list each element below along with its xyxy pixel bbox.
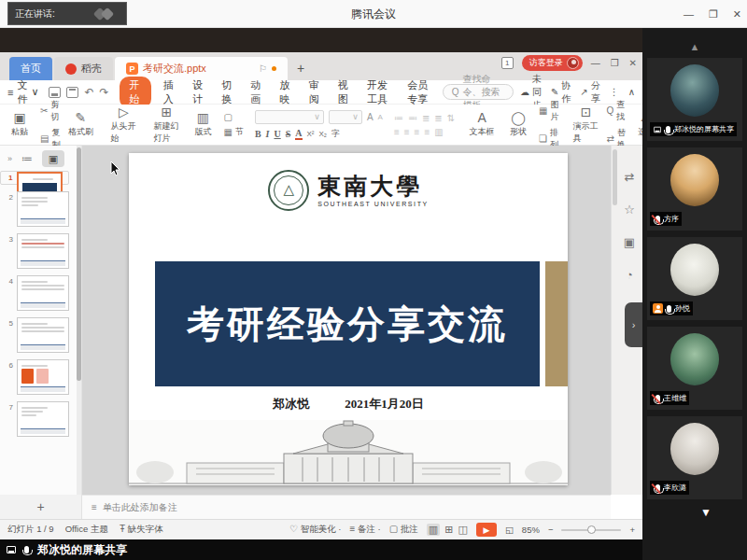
wps-close-button[interactable]: ✕ — [629, 58, 637, 68]
maximize-button[interactable]: ❐ — [709, 8, 718, 21]
timer-icon[interactable]: ◔ — [621, 268, 638, 282]
wps-maximize-button[interactable]: ❐ — [611, 58, 619, 68]
participant-tile-3[interactable]: 孙悦 — [647, 237, 742, 320]
grid-view-icon[interactable]: ⊞ — [444, 524, 453, 536]
menu-member[interactable]: 会员专享 — [402, 77, 435, 108]
zoom-slider[interactable] — [561, 529, 621, 531]
close-button[interactable]: ✕ — [733, 8, 741, 21]
find-button[interactable]: Q查找 — [607, 99, 626, 123]
slide-canvas[interactable]: 東南大學 SOUTHEAST UNIVERSITY 考研经验分享交流 郑冰悦 2… — [82, 146, 611, 495]
window-list-button[interactable]: 1 — [501, 57, 514, 69]
duplicate-icon[interactable]: ▣ — [621, 235, 638, 249]
align-center-icon[interactable]: ≡ — [404, 127, 410, 137]
strike-button[interactable]: S — [286, 129, 291, 139]
print-icon[interactable] — [66, 87, 78, 98]
slide-thumbnail-1[interactable]: 1 — [0, 171, 69, 185]
picture-button[interactable]: ▦图片 — [539, 99, 558, 123]
menu-design[interactable]: 设计 — [187, 77, 209, 108]
beautify-button[interactable]: ♡ 智能美化 · — [289, 524, 341, 536]
share-button[interactable]: ↗分享 — [580, 79, 599, 105]
shape-button[interactable]: ◯ 形状 — [502, 106, 534, 143]
section-button[interactable]: ▦节 — [223, 126, 243, 138]
paste-button[interactable]: ▣ 粘贴 — [4, 106, 35, 143]
missing-font-warning[interactable]: Ŧ 缺失字体 — [120, 524, 163, 536]
textbox-button[interactable]: A 文本框 — [466, 106, 498, 143]
menu-devtools[interactable]: 开发工具 — [361, 77, 395, 108]
participant-tile-sharer[interactable]: 郑冰悦的屏幕共享 — [647, 58, 742, 141]
normal-view-icon[interactable]: ▥ — [427, 524, 440, 536]
font-family-select[interactable]: ∨ — [255, 110, 324, 124]
slide-thumbnail-7[interactable]: 7 — [0, 401, 81, 437]
layout-button[interactable]: ▥ 版式 — [187, 106, 218, 143]
transfer-icon[interactable]: ⇄ — [621, 170, 638, 184]
font-decrease-button[interactable]: A — [378, 113, 383, 121]
slide-1[interactable]: 東南大學 SOUTHEAST UNIVERSITY 考研经验分享交流 郑冰悦 2… — [129, 153, 568, 485]
redo-icon[interactable]: ↷ — [100, 86, 109, 99]
guest-login-badge[interactable]: 访客登录 — [522, 55, 583, 71]
menu-animation[interactable]: 动画 — [245, 77, 267, 108]
minimize-button[interactable]: — — [684, 8, 694, 20]
tab-home[interactable]: 首页 — [9, 57, 52, 80]
pin-icon[interactable]: ⚐ — [259, 63, 267, 74]
format-painter-button[interactable]: ✎ 格式刷 — [64, 106, 96, 143]
theme-name[interactable]: Office 主题 — [65, 524, 108, 536]
font-size-select[interactable]: ∨ — [329, 110, 362, 124]
collapse-ribbon-icon[interactable]: ∧ — [628, 87, 635, 97]
wps-minimize-button[interactable]: — — [591, 58, 600, 68]
panel-scrollbar[interactable] — [77, 146, 81, 495]
zoom-slider-knob[interactable] — [587, 525, 596, 534]
more-menu-icon[interactable]: ⋮ — [610, 87, 619, 97]
beautify-star-icon[interactable]: ☆ — [621, 203, 638, 217]
panel-collapse-icon[interactable]: » — [7, 154, 12, 163]
tab-docer[interactable]: 稻壳 — [54, 57, 113, 80]
search-input[interactable]: Q 查找命令、搜索模板 — [443, 84, 514, 100]
reset-button[interactable]: ▢ — [223, 112, 243, 122]
justify-icon[interactable]: ≡ — [424, 127, 430, 137]
zoom-in-button[interactable]: + — [629, 525, 635, 535]
outline-view-icon[interactable]: ≔ — [21, 152, 33, 165]
char-tool-button[interactable]: 字 — [331, 128, 340, 140]
vertical-scrollbar[interactable] — [613, 149, 617, 205]
scroll-down-button[interactable]: ▼ — [700, 506, 712, 519]
number-list-icon[interactable]: ≕ — [408, 113, 417, 123]
slide-thumbnail-2[interactable]: 2 — [0, 191, 81, 227]
participant-tile-4[interactable]: 王维维 — [647, 327, 742, 410]
menu-insert[interactable]: 插入 — [158, 77, 180, 108]
expand-panel-tab[interactable]: › — [625, 302, 642, 347]
align-left-icon[interactable]: ≡ — [394, 127, 400, 137]
superscript-button[interactable]: X² — [307, 130, 315, 138]
font-color-button[interactable]: A — [295, 128, 302, 140]
undo-icon[interactable]: ↶ — [84, 86, 93, 99]
menu-review[interactable]: 审阅 — [303, 77, 326, 108]
comment-button[interactable]: ▢ 批注 — [389, 524, 418, 536]
bullet-list-icon[interactable]: ≔ — [394, 113, 403, 123]
line-spacing-icon[interactable]: ⇅ — [447, 113, 455, 123]
notes-bar[interactable]: ≡ 单击此处添加备注 — [82, 495, 611, 519]
slideshow-play-button[interactable]: ▶ — [476, 523, 497, 537]
file-menu-button[interactable]: ≡ 文件 ∨ — [7, 78, 38, 106]
fit-window-icon[interactable]: ◱ — [505, 525, 514, 535]
participant-tile-5[interactable]: 李欣潞 — [647, 416, 742, 499]
slide-thumbnail-5[interactable]: 5 — [0, 317, 81, 353]
save-icon[interactable] — [49, 87, 61, 98]
cut-button[interactable]: ✂剪切 — [40, 99, 60, 123]
participant-tile-2[interactable]: 方序 — [647, 147, 742, 231]
italic-button[interactable]: I — [266, 129, 270, 139]
menu-transition[interactable]: 切换 — [216, 77, 238, 108]
zoom-level[interactable]: 85% — [522, 525, 540, 535]
menu-slideshow[interactable]: 放映 — [274, 77, 296, 108]
columns-icon[interactable]: ▥ — [434, 127, 443, 137]
slide-thumbnail-6[interactable]: 6 — [0, 359, 81, 395]
new-slide-button[interactable]: ⊞ 新建幻灯片 — [150, 106, 182, 143]
add-slide-button[interactable]: + — [0, 495, 82, 519]
scroll-up-button[interactable]: ▲ — [642, 28, 747, 58]
note-button[interactable]: ≡ 备注 · — [349, 524, 380, 536]
reading-view-icon[interactable]: ◫ — [458, 524, 467, 536]
present-tools-button[interactable]: ⊡ 演示工具 — [571, 106, 602, 143]
menu-start[interactable]: 开始 — [120, 77, 151, 108]
play-from-start-button[interactable]: ▷ 从头开始 — [107, 106, 139, 143]
indent-decrease-icon[interactable]: ≣ — [422, 113, 430, 123]
slide-view-icon[interactable]: ▣ — [42, 150, 64, 167]
bold-button[interactable]: B — [255, 129, 261, 139]
zoom-out-button[interactable]: − — [548, 525, 554, 535]
